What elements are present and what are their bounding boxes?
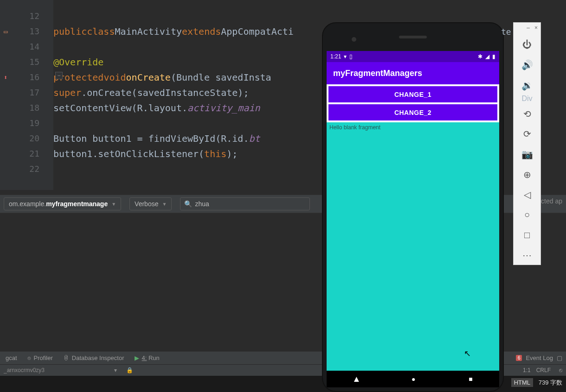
chat-icon: ✱ (478, 53, 482, 60)
close-icon[interactable]: × (534, 25, 538, 34)
tab-profiler[interactable]: ⌾Profiler (27, 354, 53, 361)
gutter: 12 ▭ 13 14 15 ⬍ 16 17 18 19 20 21 22 (0, 0, 53, 190)
more-button[interactable]: ⋯ (519, 246, 535, 265)
back-button[interactable]: ◁ (519, 185, 535, 204)
home-button[interactable]: ○ (519, 206, 535, 224)
package-dropdown[interactable]: om.example.myfragmentmanage ▼ (4, 197, 121, 210)
tab-run[interactable]: ▶4: Run (135, 354, 160, 361)
status-bar-right: 1:1 CRLF ⎋ (523, 364, 562, 376)
device-bezel-top (323, 23, 503, 51)
camera-icon (352, 37, 356, 42)
volume-up-button[interactable]: 🔊 (519, 56, 535, 74)
layout-icon[interactable]: ▢ (557, 354, 562, 361)
card-icon: ▯ (349, 53, 353, 60)
profiler-icon: ⌾ (27, 354, 31, 361)
tab-logcat[interactable]: gcat (6, 354, 17, 361)
android-navbar: ▶ ● ■ (327, 371, 499, 387)
back-icon[interactable]: ▶ (352, 377, 360, 382)
char-count: 739 字数 (539, 379, 562, 386)
screenshot-button[interactable]: 📷 (519, 145, 535, 164)
lock-icon[interactable]: 🔒 (126, 367, 133, 373)
fragment-text: Hello blank fragment (329, 124, 380, 131)
emulator-toolbar: – × ⏻ 🔊 🔉 Div ⟲ ⟳ 📷 ⊕ ◁ ○ □ ⋯ (513, 22, 541, 265)
app-title: myFragmentManagers (333, 69, 422, 78)
tab-eventlog[interactable]: Event Log (526, 354, 553, 361)
change-1-button[interactable]: CHANGE_1 (328, 86, 497, 102)
logcat-right-cut: cted ap (541, 197, 562, 205)
device-screen[interactable]: 1:21 ▾ ▯ ✱ ◢ ▮ myFragmentManagers CHANGE… (327, 51, 499, 387)
mouse-cursor-icon: ↖ (464, 348, 471, 359)
power-button[interactable]: ⏻ (519, 36, 535, 54)
minimize-icon[interactable]: – (527, 25, 530, 34)
code-cutoff: te (501, 27, 511, 37)
tab-database[interactable]: 🛢Database Inspector (63, 354, 124, 361)
chevron-down-icon: ▼ (162, 202, 167, 207)
wifi-icon: ▾ (344, 53, 347, 60)
fragment-container: Hello blank fragment (327, 122, 499, 371)
volume-down-button[interactable]: 🔉 (519, 76, 535, 95)
cursor-position: 1:1 (523, 367, 531, 373)
error-badge: 6 (516, 355, 522, 361)
android-statusbar: 1:21 ▾ ▯ ✱ ◢ ▮ (327, 51, 499, 62)
speaker-icon (399, 36, 427, 38)
override-icon: ⬍ (4, 74, 7, 81)
line-ending[interactable]: CRLF (536, 367, 551, 373)
bottom-right-tabs: 6 Event Log ▢ (516, 351, 562, 364)
database-icon: 🛢 (63, 354, 69, 361)
gutter-line-16: ⬍ 16 (0, 70, 53, 85)
dropdown-icon[interactable]: ▾ (114, 367, 117, 373)
run-icon: ▶ (135, 354, 139, 361)
search-icon: 🔍 (184, 200, 192, 208)
loglevel-dropdown[interactable]: Verbose ▼ (129, 197, 172, 210)
filetype: HTML (511, 378, 533, 387)
zoom-button[interactable]: ⊕ (519, 165, 535, 184)
emulator-device: 1:21 ▾ ▯ ✱ ◢ ▮ myFragmentManagers CHANGE… (322, 22, 504, 392)
chevron-down-icon: ▼ (111, 202, 116, 207)
change-2-button[interactable]: CHANGE_2 (328, 104, 497, 120)
fold-icon[interactable]: − (55, 72, 63, 79)
logcat-search[interactable]: 🔍 zhua (180, 197, 310, 210)
overview-button[interactable]: □ (519, 226, 535, 245)
gutter-line-13: ▭ 13 (0, 24, 53, 39)
recent-icon[interactable]: ■ (469, 375, 472, 383)
rotate-left-button[interactable]: ⟲ (519, 105, 535, 123)
rotate-right-button[interactable]: ⟳ (519, 125, 535, 143)
class-icon: ▭ (4, 28, 7, 35)
app-bar: myFragmentManagers (327, 62, 499, 84)
signal-icon: ◢ (485, 53, 489, 60)
home-icon[interactable]: ● (412, 375, 415, 383)
status-time: 1:21 (330, 53, 341, 60)
battery-icon: ▮ (492, 53, 495, 60)
